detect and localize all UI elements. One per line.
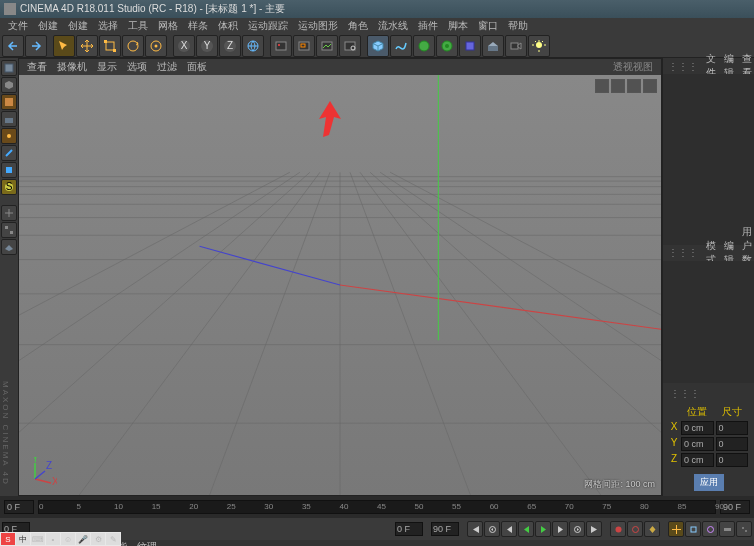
- coord-system-button[interactable]: [242, 35, 264, 57]
- menu-8[interactable]: 运动跟踪: [244, 19, 292, 33]
- render-view-button[interactable]: [270, 35, 292, 57]
- goto-prevkey-button[interactable]: [484, 521, 500, 537]
- goto-start-button[interactable]: [467, 521, 483, 537]
- select-tool[interactable]: [53, 35, 75, 57]
- menu-4[interactable]: 工具: [124, 19, 152, 33]
- generator2-button[interactable]: [436, 35, 458, 57]
- key-pos-button[interactable]: [668, 521, 684, 537]
- mat-texture-tab[interactable]: 纹理: [134, 540, 160, 546]
- timeline-track[interactable]: 051015202530354045505560657075808590: [38, 500, 716, 514]
- cube-primitive-button[interactable]: [367, 35, 389, 57]
- vp-menu-3[interactable]: 选项: [123, 60, 151, 74]
- play-button[interactable]: [535, 521, 551, 537]
- ime-mic-icon[interactable]: 🎤: [76, 533, 90, 545]
- menu-7[interactable]: 体积: [214, 19, 242, 33]
- light-button[interactable]: [528, 35, 550, 57]
- scale-tool[interactable]: [99, 35, 121, 57]
- ime-settings-icon[interactable]: ⚙: [91, 533, 105, 545]
- vp-menu-0[interactable]: 查看: [23, 60, 51, 74]
- render-region-button[interactable]: [293, 35, 315, 57]
- timeline[interactable]: 051015202530354045505560657075808590: [0, 496, 754, 518]
- ime-kb-icon[interactable]: ⌨: [31, 533, 45, 545]
- attribute-manager-body[interactable]: [663, 261, 754, 383]
- menu-12[interactable]: 插件: [414, 19, 442, 33]
- frame-end-input[interactable]: [431, 522, 459, 536]
- apply-button[interactable]: 应用: [693, 473, 725, 492]
- frame-current-input[interactable]: [395, 522, 423, 536]
- polygon-mode-button[interactable]: [1, 162, 17, 178]
- texture-mode-button[interactable]: [1, 94, 17, 110]
- camera-button[interactable]: [505, 35, 527, 57]
- vp-menu-2[interactable]: 显示: [93, 60, 121, 74]
- pos-z-input[interactable]: [681, 453, 714, 467]
- goto-end-button[interactable]: [586, 521, 602, 537]
- menu-1[interactable]: 创建: [34, 19, 62, 33]
- key-param-button[interactable]: [719, 521, 735, 537]
- axis-center-button[interactable]: S: [1, 179, 17, 195]
- menu-10[interactable]: 角色: [344, 19, 372, 33]
- axis-x-button[interactable]: X: [173, 35, 195, 57]
- timeline-start-input[interactable]: [4, 500, 34, 514]
- play-back-button[interactable]: [518, 521, 534, 537]
- key-pla-button[interactable]: [736, 521, 752, 537]
- axis-z-button[interactable]: Z: [219, 35, 241, 57]
- deformer-button[interactable]: [459, 35, 481, 57]
- viewport-3d[interactable]: Y X Z 网格间距: 100 cm: [19, 75, 661, 495]
- key-scale-button[interactable]: [685, 521, 701, 537]
- recent-tool[interactable]: [145, 35, 167, 57]
- rotate-tool[interactable]: [122, 35, 144, 57]
- ime-emoji-icon[interactable]: ☺: [61, 533, 75, 545]
- menu-2[interactable]: 创建: [64, 19, 92, 33]
- vp-menu-5[interactable]: 面板: [183, 60, 211, 74]
- vp-menu-1[interactable]: 摄像机: [53, 60, 91, 74]
- menu-9[interactable]: 运动图形: [294, 19, 342, 33]
- axis-y-button[interactable]: Y: [196, 35, 218, 57]
- render-picture-button[interactable]: [316, 35, 338, 57]
- pos-x-input[interactable]: [681, 421, 714, 435]
- menu-0[interactable]: 文件: [4, 19, 32, 33]
- menu-11[interactable]: 流水线: [374, 19, 412, 33]
- workplane-button[interactable]: [1, 239, 17, 255]
- vp-zoom-button[interactable]: [611, 79, 625, 93]
- size-x-input[interactable]: [716, 421, 749, 435]
- undo-button[interactable]: [2, 35, 24, 57]
- key-rot-button[interactable]: [702, 521, 718, 537]
- spline-button[interactable]: [390, 35, 412, 57]
- snap-button[interactable]: [1, 205, 17, 221]
- sogou-ime-icon[interactable]: S: [1, 533, 15, 545]
- render-settings-button[interactable]: [339, 35, 361, 57]
- menu-6[interactable]: 样条: [184, 19, 212, 33]
- pos-y-input[interactable]: [681, 437, 714, 451]
- ime-tool-icon[interactable]: ✎: [106, 533, 120, 545]
- menu-14[interactable]: 窗口: [474, 19, 502, 33]
- record-key-button[interactable]: [610, 521, 626, 537]
- autokey-button[interactable]: [627, 521, 643, 537]
- make-editable-button[interactable]: [1, 60, 17, 76]
- ime-punct-icon[interactable]: •: [46, 533, 60, 545]
- prev-frame-button[interactable]: [501, 521, 517, 537]
- goto-nextkey-button[interactable]: [569, 521, 585, 537]
- key-options-button[interactable]: [644, 521, 660, 537]
- redo-button[interactable]: [25, 35, 47, 57]
- menu-3[interactable]: 选择: [94, 19, 122, 33]
- menu-15[interactable]: 帮助: [504, 19, 532, 33]
- size-y-input[interactable]: [716, 437, 749, 451]
- edge-mode-button[interactable]: [1, 145, 17, 161]
- vp-pan-button[interactable]: [595, 79, 609, 93]
- size-z-input[interactable]: [716, 453, 749, 467]
- vp-maximize-button[interactable]: [643, 79, 657, 93]
- point-mode-button[interactable]: [1, 128, 17, 144]
- generator-button[interactable]: [413, 35, 435, 57]
- next-frame-button[interactable]: [552, 521, 568, 537]
- vp-menu-4[interactable]: 过滤: [153, 60, 181, 74]
- menu-5[interactable]: 网格: [154, 19, 182, 33]
- object-manager-body[interactable]: [663, 74, 754, 245]
- move-tool[interactable]: [76, 35, 98, 57]
- model-mode-button[interactable]: [1, 77, 17, 93]
- timeline-end-input[interactable]: [720, 500, 750, 514]
- snap-settings-button[interactable]: [1, 222, 17, 238]
- workplane-mode-button[interactable]: [1, 111, 17, 127]
- environment-button[interactable]: [482, 35, 504, 57]
- menu-13[interactable]: 脚本: [444, 19, 472, 33]
- vp-rotate-button[interactable]: [627, 79, 641, 93]
